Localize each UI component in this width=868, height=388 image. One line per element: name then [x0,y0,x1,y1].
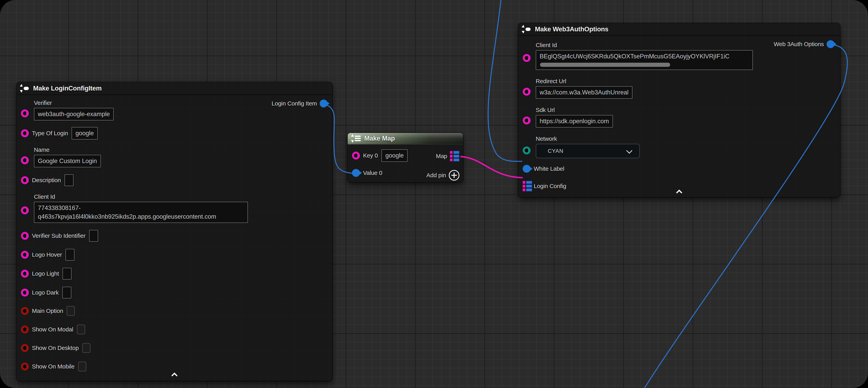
pin-row-sdk-url: Sdk Urlhttps://sdk.openlogin.com [518,107,840,127]
blueprint-editor: Make LoginConfigItem Verifierweb3auth-go… [0,0,868,388]
map-pin-icon[interactable] [523,181,532,191]
pin-row-logo-light: Logo Light [17,268,332,279]
pin-label: Redirect Url [536,78,632,85]
text-field-client-id[interactable]: BEglQSgt4cUWcj6SKRdu5QkOXTsePmMcusG5EAoy… [536,50,753,70]
text-field-name[interactable]: Google Custom Login [34,155,101,168]
pin-label: Show On Desktop [32,345,79,351]
pin-row-white-label: White Label [518,163,840,175]
pin-label: Type Of Login [32,130,68,137]
text-field-logo-light[interactable] [62,268,71,279]
pin-label: Web 3Auth Options [774,41,824,48]
pin-label: Name [34,147,101,153]
pin-row-network: NetworkCYAN [518,136,840,158]
map-pin-icon[interactable] [450,151,460,161]
struct-pin-icon[interactable] [827,40,835,48]
network-dropdown[interactable]: CYAN [536,144,640,158]
bool-pin-icon[interactable] [21,363,29,370]
string-pin-icon[interactable] [21,176,29,184]
pin-row-logo-hover: Logo Hover [17,249,332,261]
string-pin-icon[interactable] [21,110,29,117]
string-pin-icon[interactable] [21,156,29,164]
bool-pin-icon[interactable] [21,307,29,315]
pin-row-logo-dark: Logo Dark [17,287,332,298]
pin-row-client-id: Client Id774338308167-q463s7kpvja16l4l0k… [17,193,332,223]
pin-label: Logo Dark [32,289,59,296]
text-field-client-id[interactable]: 774338308167-q463s7kpvja16l4l0kko3nb925i… [34,202,248,223]
text-field-type-of-login[interactable]: google [71,127,98,140]
add-pin-icon[interactable] [449,170,459,181]
pin-row-name: NameGoogle Custom Login [17,147,332,168]
make-struct-icon [522,25,532,33]
pin-row-show-on-modal: Show On Modal [17,324,332,335]
struct-pin-icon[interactable] [352,169,360,177]
collapse-node-chevron-icon[interactable] [172,373,177,377]
node-make-loginconfigitem[interactable]: Make LoginConfigItem Verifierweb3auth-go… [17,82,332,381]
pin-row-verifier-sub-identifier: Verifier Sub Identifier [17,230,332,241]
pin-label: Description [32,177,61,184]
text-field-verifier[interactable]: web3auth-google-example [34,108,114,120]
node-make-web3authoptions[interactable]: Make Web3AuthOptions Client IdBEglQSgt4c… [518,23,840,197]
string-pin-icon[interactable] [21,251,29,259]
checkbox-show-on-desktop[interactable] [82,343,90,353]
text-field-redirect-url[interactable]: w3a://com.w3a.Web3AuthUnreal [536,86,632,99]
string-pin-icon[interactable] [21,129,29,137]
text-field-logo-dark[interactable] [62,287,71,298]
output-row-login-config-item: Login Config Item [272,99,328,108]
text-field-verifier-sub-identifier[interactable] [89,230,98,242]
dropdown-value: CYAN [548,148,563,154]
pin-label: Client Id [34,193,248,200]
struct-pin-icon[interactable] [320,99,328,108]
pin-label: Verifier Sub Identifier [32,233,86,239]
text-field-description[interactable] [64,174,73,186]
collapse-node-chevron-icon[interactable] [676,190,682,193]
pin-label: Network [536,136,640,142]
node-title: Make Web3AuthOptions [535,25,609,33]
string-pin-icon[interactable] [21,206,29,214]
node-header[interactable]: Make Map [348,133,463,145]
pin-label: Logo Hover [32,251,62,258]
pin-label: Login Config Item [272,100,317,107]
text-field-key-0[interactable]: google [381,149,408,162]
checkbox-show-on-mobile[interactable] [78,362,86,371]
pin-row-description: Description [17,175,332,186]
pin-label: Value 0 [363,170,382,176]
chevron-down-icon [626,148,632,154]
pin-row-type-of-login: Type Of Logingoogle [17,127,332,139]
string-pin-icon[interactable] [21,289,29,297]
node-title: Make LoginConfigItem [33,85,102,92]
node-make-map[interactable]: Make Map Key 0googleValue 0 Map Add pin [348,133,463,182]
string-pin-icon[interactable] [21,232,29,240]
node-header[interactable]: Make Web3AuthOptions [518,23,840,36]
pin-label: Main Option [32,307,63,314]
string-pin-icon[interactable] [352,152,360,159]
enum-pin-icon[interactable] [523,147,531,154]
string-pin-icon[interactable] [523,54,531,62]
pin-label: Client Id [536,42,753,49]
text-field-sdk-url[interactable]: https://sdk.openlogin.com [536,115,613,127]
pin-label: White Label [534,166,564,172]
text-field-logo-hover[interactable] [65,249,74,261]
pin-label: Show On Mobile [32,363,74,370]
checkbox-main-option[interactable] [67,306,75,316]
horizontal-scrollbar[interactable] [540,63,670,67]
string-pin-icon[interactable] [523,117,531,124]
pin-label: Add pin [426,172,446,179]
pin-row-redirect-url: Redirect Urlw3a://com.w3a.Web3AuthUnreal [518,78,840,99]
bool-pin-icon[interactable] [21,326,29,333]
output-row-web-3auth-options: Web 3Auth Options [774,40,835,48]
pin-label: Login Config [534,183,566,189]
string-pin-icon[interactable] [523,88,531,96]
pin-label: Logo Light [32,270,59,277]
string-pin-icon[interactable] [21,270,29,277]
wire-top-to-whitelabel [488,0,522,161]
output-row-map: Map [436,151,460,161]
node-header[interactable]: Make LoginConfigItem [17,82,332,95]
pin-row-show-on-desktop: Show On Desktop [17,343,332,353]
make-struct-icon [21,84,30,93]
pin-row-show-on-mobile: Show On Mobile [17,361,332,371]
checkbox-show-on-modal[interactable] [77,325,85,334]
struct-pin-icon[interactable] [523,165,531,173]
bool-pin-icon[interactable] [21,344,29,352]
wire-map-to-loginconfig [460,156,523,178]
blueprint-canvas[interactable]: Make LoginConfigItem Verifierweb3auth-go… [0,0,868,388]
